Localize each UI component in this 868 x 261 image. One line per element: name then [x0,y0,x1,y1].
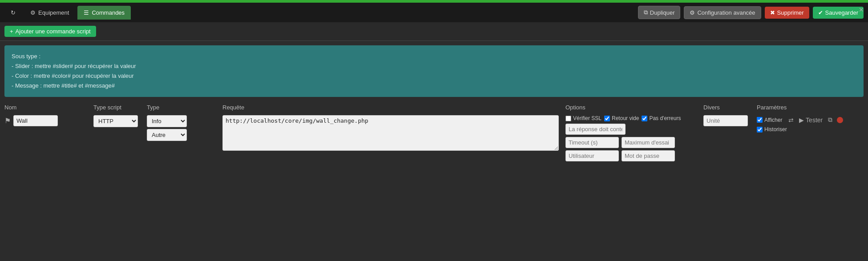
parametres-col: Afficher ⇄ ▶ Tester ⧉ Historiser [757,115,843,133]
tester-label: Tester [806,116,823,124]
supprimer-button[interactable]: Supprimer [765,7,809,19]
options-inputs-row1 [565,124,703,135]
requete-textarea[interactable]: http://localhost/core/img/wall_change.ph… [222,115,559,151]
header-nom: Nom [4,104,93,111]
cell-divers [703,115,757,126]
header-requete: Requête [222,104,565,111]
dupliquer-label: Dupliquer [650,9,675,16]
options-grid: Vérifier SSL Retour vide Pas d'erreurs [565,115,703,161]
retour-vide-label[interactable]: Retour vide [604,115,639,121]
historiser-checkbox[interactable] [757,127,763,133]
pas-erreurs-label[interactable]: Pas d'erreurs [642,115,681,121]
config-avancee-button[interactable]: Configuration avancée [684,6,761,19]
verifier-ssl-text: Vérifier SSL [573,115,602,121]
column-headers: Nom Type script Type Requête Options Div… [4,101,864,113]
pas-erreurs-text: Pas d'erreurs [649,115,681,121]
tab-commandes-label: Commandes [92,9,125,16]
nom-input[interactable] [13,115,58,126]
table-area: Nom Type script Type Requête Options Div… [0,101,868,168]
header-type: Type [147,104,222,111]
config-avancee-label: Configuration avancée [697,9,755,16]
historiser-text: Historiser [764,126,787,133]
table-row: ⚑ HTTP MQTT Script Info Action Slider Co… [4,113,864,163]
options-inputs-row2 [565,137,703,148]
options-inputs-row3 [565,150,703,161]
info-line-0: Sous type : [12,52,856,61]
nav-tabs: Equipement Commandes [4,6,131,20]
tab-equipement-label: Equipement [38,9,69,16]
list-icon [84,9,89,16]
nav-bar: Equipement Commandes Dupliquer Configura… [0,3,868,22]
delete-icon [770,9,775,16]
tab-equipement[interactable]: Equipement [24,6,75,20]
retour-vide-checkbox[interactable] [604,116,610,121]
share-icon-button[interactable]: ⇄ [787,116,795,124]
utilisateur-input[interactable] [565,150,619,161]
header-parametres: Paramètres [757,104,864,111]
cell-requete: http://localhost/core/img/wall_change.ph… [222,115,565,151]
type-script-select[interactable]: HTTP MQTT Script [93,115,138,127]
toolbar: Ajouter une commande script [0,22,868,41]
duplicate-icon [644,9,648,16]
pas-erreurs-checkbox[interactable] [642,116,647,121]
info-line-2: - Color : mettre #color# pour récupérer … [12,71,856,81]
add-commande-label: Ajouter une commande script [16,28,91,35]
type-select[interactable]: Info Action Slider Color Message [147,115,187,127]
header-options: Options [565,104,703,111]
tester-button[interactable]: ▶ Tester [798,116,824,124]
supprimer-label: Supprimer [777,9,804,16]
historiser-label[interactable]: Historiser [757,126,787,133]
afficher-text: Afficher [764,117,782,123]
refresh-icon [11,9,16,16]
afficher-label[interactable]: Afficher [757,117,782,123]
sauvegarder-button[interactable]: Sauvegarder [813,7,864,19]
gear-icon [30,9,36,16]
verifier-ssl-label[interactable]: Vérifier SSL [565,115,602,121]
cell-parametres: Afficher ⇄ ▶ Tester ⧉ Historiser [757,115,864,133]
cell-type-script: HTTP MQTT Script [93,115,147,127]
dupliquer-button[interactable]: Dupliquer [638,6,681,19]
info-line-3: - Message : mettre #title# et #message# [12,81,856,91]
config-icon [690,9,695,16]
info-panel: Sous type :- Slider : mettre #slider# po… [4,45,864,97]
cell-type: Info Action Slider Color Message Autre O… [147,115,222,141]
refresh-button[interactable] [4,6,22,20]
reponse-contient-input[interactable] [565,124,626,135]
header-divers: Divers [703,104,757,111]
close-button[interactable]: × [859,5,864,15]
parametres-row1: Afficher ⇄ ▶ Tester ⧉ [757,115,843,124]
afficher-checkbox[interactable] [757,117,763,123]
autre-select[interactable]: Autre Option1 Option2 [147,129,187,141]
timeout-input[interactable] [565,137,619,148]
cell-nom: ⚑ [4,115,93,126]
sauvegarder-label: Sauvegarder [825,9,858,16]
flag-icon: ⚑ [4,116,11,125]
parametres-row2: Historiser [757,126,843,133]
parametres-icons: ⇄ ▶ Tester ⧉ [787,115,843,124]
info-line-1: - Slider : mettre #slider# pour récupére… [12,61,856,71]
add-commande-button[interactable]: Ajouter une commande script [4,26,96,37]
mot-passe-input[interactable] [622,150,675,161]
copy-icon-button[interactable]: ⧉ [827,115,833,124]
verifier-ssl-checkbox[interactable] [565,116,571,121]
retour-vide-text: Retour vide [612,115,639,121]
tab-commandes[interactable]: Commandes [77,6,131,20]
save-icon [818,9,823,16]
header-type-script: Type script [93,104,147,111]
unite-input[interactable] [703,115,748,126]
max-essai-input[interactable] [622,137,675,148]
delete-row-icon[interactable] [837,117,843,123]
options-checkboxes-row: Vérifier SSL Retour vide Pas d'erreurs [565,115,703,121]
nav-actions: Dupliquer Configuration avancée Supprime… [638,6,864,19]
close-icon: × [859,5,864,14]
plus-icon [10,28,13,35]
cell-options: Vérifier SSL Retour vide Pas d'erreurs [565,115,703,161]
